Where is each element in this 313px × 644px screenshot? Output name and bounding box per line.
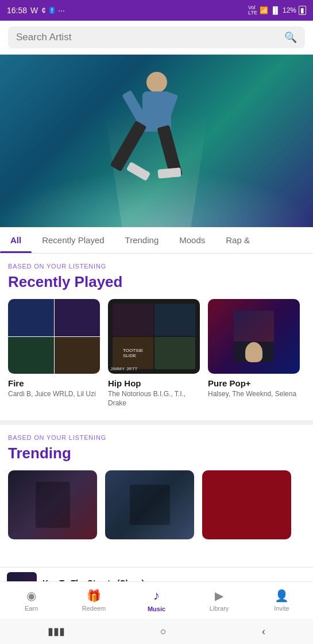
bottom-nav: ◉ Earn 🎁 Redeem ♪ Music ▶ Library 👤 Invi… [0,581,313,619]
tab-recently-played[interactable]: Recently Played [32,227,114,253]
playlist-name-fire: Fire [8,378,100,388]
music-icon: ♪ [153,588,160,603]
status-right: VolLTE 📶 ▐▌ 12% ▮ [248,5,306,16]
tab-moods[interactable]: Moods [169,227,215,253]
playlist-card-fire[interactable]: Fire Cardi B, Juice WRLD, Lil Uzi [8,299,100,408]
playlist-thumb-fire [8,299,100,374]
trending-thumb-2 [105,470,194,539]
cent-icon: ¢ [41,6,46,15]
trending-section: BASED ON YOUR LISTENING Trending [0,425,313,557]
recently-played-title: Recently Played [8,273,305,291]
battery-label: 12% [283,6,296,14]
earn-icon: ◉ [26,589,36,603]
nav-invite[interactable]: 👤 Invite [250,585,313,615]
playlist-artists-fire: Cardi B, Juice WRLD, Lil Uzi [8,390,100,399]
playlist-thumb-purepop [208,299,300,374]
tabs-row: All Recently Played Trending Moods Rap & [0,227,313,254]
battery-icon: ▮ [299,6,306,15]
recent-apps-button[interactable]: ▮▮▮ [48,625,65,638]
hero-smoke [0,170,313,227]
trending-thumb-3 [202,470,291,539]
fb-icon: f [49,7,55,14]
playlist-card-hiphop[interactable]: TOOTSIESLIDE JIMMY JRTT Hip Hop The Noto… [108,299,200,408]
trending-row [8,470,305,552]
trending-card-2[interactable] [105,470,194,544]
volte-icon: VolLTE [248,5,257,16]
playlist-artists-purepop: Halsey, The Weeknd, Selena [208,390,300,399]
tab-all[interactable]: All [0,227,32,253]
back-button[interactable]: ‹ [262,626,265,638]
mosaic-cell-1 [8,299,54,336]
search-icon: 🔍 [284,31,297,44]
recently-played-section: BASED ON YOUR LISTENING Recently Played … [0,254,313,420]
time: 16:58 [7,6,27,15]
trending-card-1[interactable] [8,470,97,544]
nav-earn[interactable]: ◉ Earn [0,585,63,615]
library-label: Library [210,605,229,612]
dots-icon: ··· [58,6,65,15]
leg-left [110,121,146,172]
redeem-label: Redeem [82,605,106,612]
redeem-icon: 🎁 [87,589,101,603]
playlist-name-purepop: Pure Pop+ [208,378,300,388]
library-icon: ▶ [215,589,223,603]
wifi-icon: 📶 [260,6,268,14]
w-icon: W [30,6,38,15]
nav-redeem[interactable]: 🎁 Redeem [63,585,125,615]
status-bar: 16:58 W ¢ f ··· VolLTE 📶 ▐▌ 12% ▮ [0,0,313,21]
nav-library[interactable]: ▶ Library [188,585,250,615]
invite-icon: 👤 [275,589,289,603]
music-label: Music [148,605,165,612]
mosaic-cell-2 [55,299,101,336]
playlist-artists-hiphop: The Notorious B.I.G., T.I., Drake [108,390,200,408]
tab-rap[interactable]: Rap & [215,227,260,253]
trending-label: BASED ON YOUR LISTENING [8,434,305,441]
invite-label: Invite [274,605,289,612]
playlist-name-hiphop: Hip Hop [108,378,200,388]
playlist-row: Fire Cardi B, Juice WRLD, Lil Uzi TOOTSI… [8,299,305,416]
fire-mosaic [8,299,100,374]
trending-card-3[interactable] [202,470,291,544]
trending-thumb-1 [8,470,97,539]
home-button[interactable]: ○ [160,626,167,638]
playlist-thumb-hiphop: TOOTSIESLIDE JIMMY JRTT [108,299,200,374]
signal-icon: ▐▌ [271,6,280,14]
trending-title: Trending [8,444,305,462]
search-input[interactable] [16,32,284,43]
recently-played-label: BASED ON YOUR LISTENING [8,263,305,270]
mosaic-cell-4 [55,337,101,374]
search-input-wrap[interactable]: 🔍 [8,26,305,48]
search-bar: 🔍 [0,21,313,55]
nav-music[interactable]: ♪ Music [125,585,188,616]
status-left: 16:58 W ¢ f ··· [7,6,65,15]
section-divider [0,420,313,425]
phone-nav: ▮▮▮ ○ ‹ [0,619,313,644]
hero-banner [0,55,313,227]
person-head [146,72,167,93]
playlist-card-purepop[interactable]: Pure Pop+ Halsey, The Weeknd, Selena [208,299,300,408]
earn-label: Earn [25,605,38,612]
mosaic-cell-3 [8,337,54,374]
tab-trending[interactable]: Trending [115,227,169,253]
